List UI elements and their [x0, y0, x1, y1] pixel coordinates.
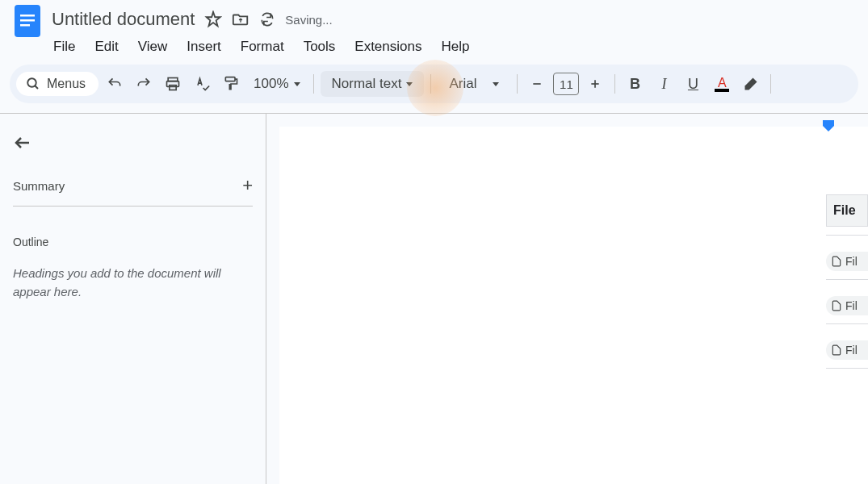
- highlighter-icon: [743, 76, 759, 92]
- undo-icon: [107, 76, 123, 92]
- cloud-status-icon[interactable]: [259, 11, 275, 27]
- menu-insert[interactable]: Insert: [178, 34, 229, 60]
- increase-font-button[interactable]: [582, 71, 608, 97]
- saving-status: Saving...: [285, 13, 332, 27]
- highlight-color-button[interactable]: [738, 71, 764, 97]
- outline-hint: Headings you add to the document will ap…: [13, 265, 253, 301]
- file-chip-label: Fil: [845, 255, 858, 268]
- docs-logo-icon[interactable]: [13, 0, 42, 39]
- file-chip-label: Fil: [845, 344, 858, 357]
- font-dropdown[interactable]: Arial: [438, 71, 510, 97]
- plus-icon: [589, 77, 602, 90]
- print-icon: [165, 76, 181, 92]
- divider: [614, 74, 615, 94]
- move-folder-icon[interactable]: [232, 10, 249, 28]
- divider: [517, 74, 518, 94]
- menu-extensions[interactable]: Extensions: [346, 34, 430, 60]
- menu-bar: File Edit View Insert Format Tools Exten…: [0, 32, 868, 61]
- file-icon: [831, 300, 842, 311]
- file-chip[interactable]: Fil: [826, 340, 868, 360]
- minus-icon: [530, 77, 543, 90]
- right-panel: File Fil Fil Fil: [826, 194, 868, 369]
- svg-rect-2: [20, 19, 35, 22]
- underline-button[interactable]: U: [680, 71, 706, 97]
- italic-button[interactable]: I: [651, 71, 677, 97]
- file-chip[interactable]: Fil: [826, 296, 868, 315]
- collapse-sidebar-button[interactable]: [13, 133, 253, 156]
- title-area: Untitled document Saving...: [52, 9, 333, 30]
- document-canvas[interactable]: [279, 127, 868, 484]
- bold-button[interactable]: B: [622, 71, 648, 97]
- text-color-button[interactable]: A: [709, 71, 735, 97]
- styles-dropdown[interactable]: Normal text: [321, 71, 425, 97]
- zoom-dropdown[interactable]: 100%: [247, 73, 306, 95]
- redo-button[interactable]: [131, 71, 157, 97]
- divider: [770, 74, 771, 94]
- file-chip-label: Fil: [845, 299, 858, 312]
- svg-rect-3: [20, 24, 30, 27]
- menu-format[interactable]: Format: [233, 34, 292, 60]
- search-icon: [26, 77, 40, 91]
- svg-point-4: [27, 78, 36, 87]
- add-summary-button[interactable]: +: [242, 175, 253, 196]
- divider: [430, 74, 431, 94]
- file-chip[interactable]: Fil: [826, 252, 868, 271]
- underline-icon: U: [688, 76, 698, 93]
- spellcheck-icon: [194, 76, 210, 92]
- svg-rect-9: [225, 77, 235, 81]
- decrease-font-button[interactable]: [524, 71, 550, 97]
- document-title[interactable]: Untitled document: [52, 9, 195, 30]
- zoom-value: 100%: [254, 76, 288, 92]
- svg-rect-1: [20, 15, 35, 17]
- menu-edit[interactable]: Edit: [86, 34, 126, 60]
- summary-label: Summary: [13, 179, 65, 193]
- spellcheck-button[interactable]: [189, 71, 215, 97]
- chevron-down-icon: [406, 82, 413, 86]
- svg-line-5: [35, 86, 38, 89]
- search-menus-button[interactable]: Menus: [16, 72, 99, 96]
- paint-format-button[interactable]: [218, 71, 244, 97]
- file-icon: [831, 256, 842, 267]
- style-value: Normal text: [332, 76, 402, 92]
- divider: [313, 74, 314, 94]
- star-icon[interactable]: [204, 10, 222, 28]
- outline-sidebar: Summary + Outline Headings you add to th…: [0, 114, 266, 484]
- font-size-input[interactable]: [553, 73, 579, 95]
- chevron-down-icon: [493, 82, 499, 86]
- print-button[interactable]: [160, 71, 186, 97]
- bold-icon: B: [630, 76, 640, 93]
- text-color-swatch: [715, 89, 729, 92]
- summary-section: Summary +: [13, 175, 253, 207]
- menu-tools[interactable]: Tools: [296, 34, 344, 60]
- italic-icon: I: [661, 76, 666, 93]
- paint-roller-icon: [223, 76, 239, 92]
- redo-icon: [136, 76, 152, 92]
- file-icon: [831, 344, 842, 356]
- font-value: Arial: [449, 76, 476, 92]
- outline-label: Outline: [13, 236, 253, 248]
- menu-help[interactable]: Help: [433, 34, 477, 60]
- search-menus-label: Menus: [47, 77, 86, 91]
- chevron-down-icon: [294, 82, 300, 86]
- ruler-tab-marker[interactable]: [823, 120, 834, 135]
- arrow-left-icon: [13, 133, 32, 152]
- undo-button[interactable]: [102, 71, 128, 97]
- header-bar: Untitled document Saving...: [0, 0, 868, 32]
- toolbar: Menus 100% Normal text: [10, 65, 858, 103]
- menu-view[interactable]: View: [130, 34, 176, 60]
- content-area: Summary + Outline Headings you add to th…: [0, 113, 868, 484]
- menu-file[interactable]: File: [45, 34, 83, 60]
- file-chip-header[interactable]: File: [826, 194, 868, 227]
